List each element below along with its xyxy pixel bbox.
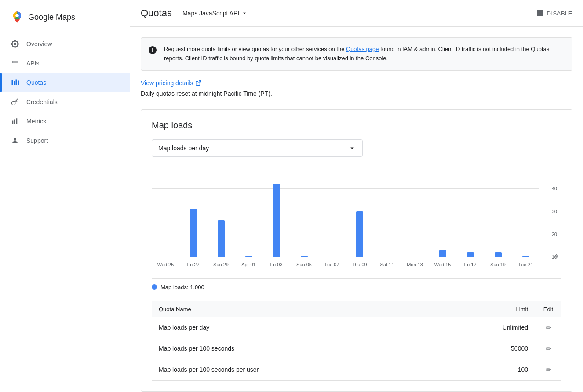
quotas-page-link[interactable]: Quotas page bbox=[346, 46, 379, 52]
sidebar-item-label-overview: Overview bbox=[26, 40, 52, 47]
bar-group bbox=[484, 166, 512, 257]
quota-edit-cell: ✏ bbox=[535, 359, 561, 380]
quotas-icon bbox=[11, 78, 19, 87]
quota-name-cell: Map loads per 100 seconds bbox=[152, 338, 482, 359]
quota-table: Quota Name Limit Edit Map loads per dayU… bbox=[152, 301, 561, 381]
bar-group bbox=[235, 166, 262, 257]
svg-rect-5 bbox=[12, 61, 13, 62]
main-content: Quotas Maps JavaScript API DISABLE i Req… bbox=[130, 0, 583, 392]
bar-group bbox=[512, 166, 539, 257]
edit-button[interactable]: ✏ bbox=[546, 366, 551, 374]
sidebar-item-quotas[interactable]: Quotas bbox=[0, 73, 130, 92]
svg-rect-17 bbox=[537, 10, 543, 16]
col-header-name: Quota Name bbox=[152, 301, 482, 317]
bar-group bbox=[318, 166, 346, 257]
bar-group bbox=[179, 166, 207, 257]
settings-icon bbox=[11, 40, 19, 48]
sidebar-item-label-quotas: Quotas bbox=[26, 79, 46, 86]
bar-x-label: Thu 09 bbox=[352, 262, 367, 267]
sidebar-item-overview[interactable]: Overview bbox=[0, 34, 130, 54]
legend-text: Map loads: 1.000 bbox=[160, 284, 204, 290]
svg-line-20 bbox=[197, 80, 200, 83]
disable-button[interactable]: DISABLE bbox=[537, 10, 572, 17]
sidebar-nav: Overview APIs bbox=[0, 34, 130, 150]
info-text-before-link: Request more quota limits or view quotas… bbox=[164, 46, 346, 52]
chart-inner: 40 30 20 10 W bbox=[152, 166, 539, 271]
bar-x-label: Sat 11 bbox=[380, 262, 394, 267]
daily-reset-text: Daily quotas reset at midnight Pacific T… bbox=[141, 90, 572, 97]
bar bbox=[356, 211, 363, 257]
svg-rect-6 bbox=[12, 63, 13, 64]
bar-x-label: Apr 01 bbox=[241, 262, 255, 267]
chevron-down-icon bbox=[241, 10, 248, 17]
list-icon bbox=[11, 59, 19, 68]
svg-rect-8 bbox=[12, 80, 13, 85]
edit-button[interactable]: ✏ bbox=[546, 345, 551, 352]
svg-rect-13 bbox=[12, 121, 13, 124]
sidebar-logo: Google Maps bbox=[0, 7, 130, 34]
quota-name-cell: Map loads per 100 seconds per user bbox=[152, 359, 482, 380]
bar-chart-icon bbox=[11, 117, 19, 126]
quota-table-body: Map loads per dayUnlimited✏Map loads per… bbox=[152, 317, 561, 380]
view-pricing-link[interactable]: View pricing details bbox=[141, 80, 572, 87]
bar bbox=[218, 220, 225, 257]
header-left: Quotas Maps JavaScript API bbox=[141, 7, 251, 19]
svg-rect-3 bbox=[12, 63, 18, 64]
quota-edit-cell: ✏ bbox=[535, 317, 561, 338]
chart-dropdown[interactable]: Map loads per day bbox=[152, 139, 363, 157]
sidebar-item-credentials[interactable]: Credentials bbox=[0, 92, 130, 112]
sidebar-item-label-metrics: Metrics bbox=[26, 118, 46, 125]
bar-x-label: Sun 19 bbox=[490, 262, 506, 267]
google-maps-logo-icon bbox=[11, 11, 24, 24]
grid-label-30: 30 bbox=[552, 209, 557, 214]
bar-group bbox=[152, 166, 179, 257]
chart-section-title: Map loads bbox=[152, 120, 561, 131]
legend-dot bbox=[152, 284, 157, 290]
quota-limit-cell: 100 bbox=[482, 359, 535, 380]
sidebar-item-support[interactable]: Support bbox=[0, 131, 130, 150]
bar bbox=[439, 250, 446, 257]
quota-limit-cell: Unlimited bbox=[482, 317, 535, 338]
svg-point-0 bbox=[15, 14, 19, 18]
page-title: Quotas bbox=[141, 7, 172, 19]
bar-chart-container: 40 30 20 10 W bbox=[152, 166, 561, 271]
bar bbox=[522, 256, 529, 257]
x-axis-labels: Wed 25Fri 27Sun 29Apr 01Fri 03Sun 05Tue … bbox=[152, 258, 539, 271]
sidebar-item-metrics[interactable]: Metrics bbox=[0, 112, 130, 131]
svg-rect-9 bbox=[14, 81, 15, 85]
bar bbox=[245, 256, 252, 257]
chart-legend: Map loads: 1.000 bbox=[152, 278, 561, 296]
table-row: Map loads per 100 seconds50000✏ bbox=[152, 338, 561, 359]
dropdown-chevron-icon bbox=[348, 144, 356, 152]
edit-button[interactable]: ✏ bbox=[546, 324, 551, 331]
grid-label-0: 0 bbox=[555, 254, 558, 259]
bar-group bbox=[262, 166, 290, 257]
person-icon bbox=[11, 136, 19, 145]
info-icon: i bbox=[148, 46, 157, 54]
bar-x-label: Tue 07 bbox=[324, 262, 339, 267]
disable-button-label: DISABLE bbox=[547, 10, 572, 17]
chart-dropdown-label: Map loads per day bbox=[158, 145, 209, 152]
main-content-area: i Request more quota limits or view quot… bbox=[130, 27, 583, 392]
disable-icon bbox=[537, 10, 543, 16]
bar bbox=[190, 209, 197, 257]
quota-table-header: Quota Name Limit Edit bbox=[152, 301, 561, 317]
bar-group bbox=[346, 166, 373, 257]
bar bbox=[273, 184, 280, 257]
svg-rect-4 bbox=[12, 65, 18, 65]
bar-x-label: Sun 29 bbox=[213, 262, 229, 267]
api-selector-button[interactable]: Maps JavaScript API bbox=[179, 7, 251, 19]
main-header: Quotas Maps JavaScript API DISABLE bbox=[130, 0, 583, 27]
svg-rect-7 bbox=[12, 65, 13, 65]
grid-label-20: 20 bbox=[552, 232, 557, 237]
bar-group bbox=[290, 166, 318, 257]
bar bbox=[495, 252, 502, 257]
svg-text:i: i bbox=[152, 47, 153, 54]
quota-limit-cell: 50000 bbox=[482, 338, 535, 359]
info-banner-text: Request more quota limits or view quotas… bbox=[164, 45, 565, 63]
sidebar-item-apis[interactable]: APIs bbox=[0, 54, 130, 73]
bar-group bbox=[207, 166, 235, 257]
sidebar-item-label-support: Support bbox=[26, 137, 48, 144]
bar-x-label: Tue 21 bbox=[518, 262, 533, 267]
svg-rect-2 bbox=[12, 61, 18, 62]
